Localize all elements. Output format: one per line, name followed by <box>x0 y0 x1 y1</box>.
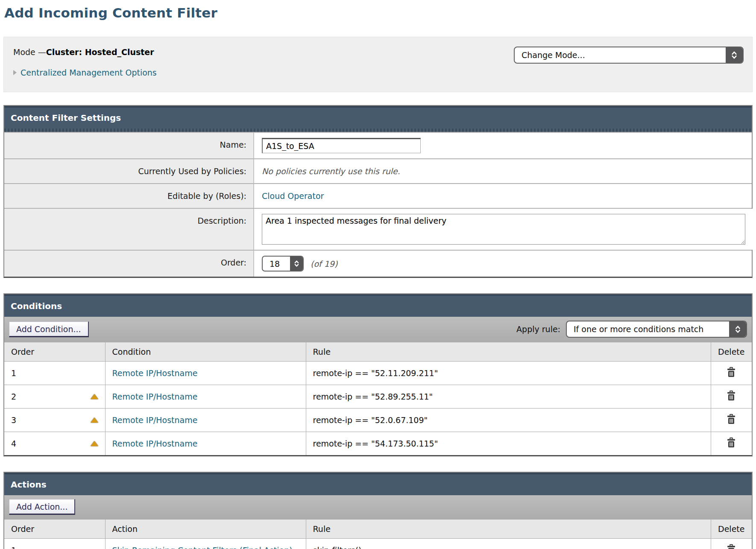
action-order-cell: 1 <box>4 539 105 549</box>
condition-delete-cell <box>711 362 752 385</box>
add-condition-button[interactable]: Add Condition... <box>9 321 89 337</box>
condition-cell: Remote IP/Hostname <box>105 385 306 409</box>
order-value-cell: 18 (of 19) <box>254 251 752 277</box>
col-action: Action <box>105 520 306 539</box>
condition-row: 1 Remote IP/Hostname remote-ip == "52.11… <box>4 362 752 385</box>
move-up-icon[interactable] <box>91 394 98 399</box>
name-value-cell <box>254 133 752 158</box>
col-order: Order <box>4 342 105 362</box>
trash-icon <box>726 390 736 401</box>
change-mode-select-value: Change Mode... <box>515 47 726 63</box>
action-order: 1 <box>11 546 16 549</box>
page-title: Add Incoming Content Filter <box>4 5 753 20</box>
condition-delete-cell <box>711 409 752 432</box>
mode-value: Cluster: Hosted_Cluster <box>46 47 154 57</box>
delete-condition-button[interactable] <box>726 414 736 425</box>
order-row: Order: 18 (of 19) <box>4 250 752 277</box>
mode-panel: Mode —Cluster: Hosted_Cluster Change Mod… <box>3 37 753 92</box>
condition-delete-cell <box>711 385 752 409</box>
actions-table: Order Action Rule Delete 1 Skip Remainin… <box>4 520 752 549</box>
action-link[interactable]: Skip Remaining Content Filters (Final Ac… <box>112 546 293 549</box>
condition-rule-cell: remote-ip == "52.11.209.211" <box>306 362 711 385</box>
condition-order-cell: 4 <box>4 432 105 456</box>
roles-row: Editable by (Roles): Cloud Operator <box>4 183 752 208</box>
action-cell: Skip Remaining Content Filters (Final Ac… <box>105 539 306 549</box>
delete-condition-button[interactable] <box>726 390 736 401</box>
mode-label: Mode — <box>13 47 46 57</box>
disclosure-triangle-icon[interactable] <box>13 70 17 75</box>
condition-rule-cell: remote-ip == "52.89.255.11" <box>306 385 711 409</box>
content-filter-settings-panel: Content Filter Settings Name: Currently … <box>3 105 753 278</box>
change-mode-select[interactable]: Change Mode... <box>514 47 744 64</box>
name-input[interactable] <box>262 138 421 153</box>
roles-value-cell: Cloud Operator <box>254 184 752 208</box>
condition-order: 3 <box>11 415 16 425</box>
condition-cell: Remote IP/Hostname <box>105 432 306 456</box>
condition-link[interactable]: Remote IP/Hostname <box>112 392 198 401</box>
policies-row: Currently Used by Policies: No policies … <box>4 158 752 183</box>
condition-order-cell: 3 <box>4 409 105 432</box>
header-divider <box>4 128 752 132</box>
conditions-toolbar: Add Condition... Apply rule: If one or m… <box>4 317 752 342</box>
description-label: Description: <box>4 209 254 250</box>
condition-link[interactable]: Remote IP/Hostname <box>112 368 198 378</box>
col-delete: Delete <box>711 520 752 539</box>
conditions-header-row: Order Condition Rule Delete <box>4 342 752 362</box>
col-order: Order <box>4 520 105 539</box>
condition-order: 1 <box>11 368 16 378</box>
delete-action-button[interactable] <box>726 544 736 549</box>
condition-order-cell: 2 <box>4 385 105 409</box>
trash-icon <box>726 544 736 549</box>
description-row: Description: Area 1 inspected messages f… <box>4 208 752 250</box>
condition-order: 2 <box>11 392 16 401</box>
move-up-icon[interactable] <box>91 441 98 446</box>
apply-rule-label: Apply rule: <box>516 324 560 334</box>
condition-row: 3 Remote IP/Hostname remote-ip == "52.0.… <box>4 409 752 432</box>
condition-rule-cell: remote-ip == "52.0.67.109" <box>306 409 711 432</box>
condition-cell: Remote IP/Hostname <box>105 409 306 432</box>
policies-label: Currently Used by Policies: <box>4 159 254 183</box>
add-action-button[interactable]: Add Action... <box>9 499 75 515</box>
delete-condition-button[interactable] <box>726 437 736 448</box>
cloud-operator-link[interactable]: Cloud Operator <box>262 191 324 201</box>
apply-rule-select-value: If one or more conditions match <box>567 321 729 337</box>
roles-label: Editable by (Roles): <box>4 184 254 208</box>
policies-value-cell: No policies currently use this rule. <box>254 159 752 183</box>
select-stepper-icon <box>290 257 303 271</box>
name-row: Name: <box>4 132 752 158</box>
page-root: Add Incoming Content Filter Mode —Cluste… <box>0 0 756 549</box>
condition-row: 2 Remote IP/Hostname remote-ip == "52.89… <box>4 385 752 409</box>
apply-rule-select[interactable]: If one or more conditions match <box>566 321 747 338</box>
select-stepper-icon <box>729 321 746 337</box>
condition-link[interactable]: Remote IP/Hostname <box>112 415 198 425</box>
condition-rule-cell: remote-ip == "54.173.50.115" <box>306 432 711 456</box>
order-label: Order: <box>4 251 254 277</box>
trash-icon <box>726 367 736 378</box>
policies-value: No policies currently use this rule. <box>262 166 400 176</box>
conditions-panel: Conditions Add Condition... Apply rule: … <box>3 293 753 456</box>
order-select[interactable]: 18 <box>262 256 304 272</box>
trash-icon <box>726 414 736 425</box>
management-options-row: Centralized Management Options <box>13 68 743 77</box>
actions-header-row: Order Action Rule Delete <box>4 520 752 539</box>
condition-link[interactable]: Remote IP/Hostname <box>112 439 198 448</box>
action-rule-cell: skip-filters() <box>306 539 711 549</box>
select-stepper-icon <box>726 47 743 63</box>
conditions-table: Order Condition Rule Delete 1 Remote IP/… <box>4 342 752 455</box>
name-label: Name: <box>4 133 254 158</box>
col-delete: Delete <box>711 342 752 362</box>
order-select-value: 18 <box>263 257 290 271</box>
settings-section-header: Content Filter Settings <box>4 106 752 128</box>
condition-delete-cell <box>711 432 752 456</box>
actions-toolbar: Add Action... <box>4 495 752 520</box>
action-row: 1 Skip Remaining Content Filters (Final … <box>4 539 752 549</box>
delete-condition-button[interactable] <box>726 367 736 378</box>
description-textarea[interactable]: Area 1 inspected messages for final deli… <box>262 214 745 245</box>
conditions-section-header: Conditions <box>4 294 752 317</box>
col-rule: Rule <box>306 520 711 539</box>
condition-row: 4 Remote IP/Hostname remote-ip == "54.17… <box>4 432 752 456</box>
centralized-management-options-link[interactable]: Centralized Management Options <box>21 68 157 77</box>
action-delete-cell <box>711 539 752 549</box>
move-up-icon[interactable] <box>91 418 98 423</box>
condition-cell: Remote IP/Hostname <box>105 362 306 385</box>
